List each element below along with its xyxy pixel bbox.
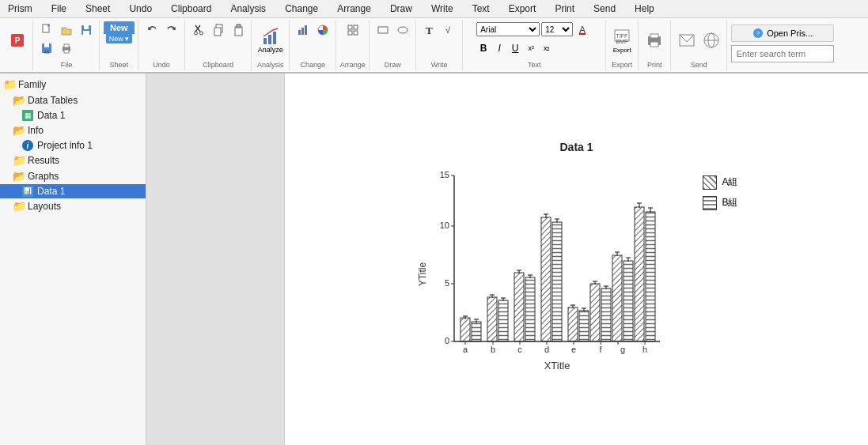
svg-rect-60 bbox=[461, 318, 470, 341]
ribbon-group-analysis-label: Analysis bbox=[257, 59, 284, 69]
svg-text:e: e bbox=[571, 345, 576, 354]
ribbon-group-send-label: Send bbox=[691, 59, 707, 69]
svg-rect-22 bbox=[301, 28, 304, 35]
sidebar-item-graphs[interactable]: 📂 Graphs bbox=[0, 168, 146, 184]
menu-change[interactable]: Change bbox=[280, 2, 323, 16]
svg-rect-7 bbox=[44, 43, 49, 47]
send-email-button[interactable] bbox=[675, 21, 699, 59]
sidebar-item-layouts[interactable]: 📁 Layouts bbox=[0, 198, 146, 214]
svg-text:5: 5 bbox=[445, 278, 449, 288]
svg-text:BMP: BMP bbox=[616, 39, 629, 44]
menu-draw[interactable]: Draw bbox=[385, 2, 417, 16]
font-color-button[interactable]: A bbox=[574, 21, 592, 37]
svg-rect-26 bbox=[354, 25, 358, 29]
paste-button[interactable] bbox=[229, 21, 248, 39]
ribbon-group-print: Print bbox=[639, 20, 671, 70]
italic-button[interactable]: I bbox=[492, 40, 506, 57]
save-as-button[interactable]: AS bbox=[37, 40, 56, 57]
menu-analysis[interactable]: Analysis bbox=[226, 2, 271, 16]
ribbon-group-clipboard-label: Clipboard bbox=[203, 59, 233, 69]
menu-arrange[interactable]: Arrange bbox=[332, 2, 376, 16]
font-size-select[interactable]: 12 bbox=[541, 22, 573, 36]
ribbon-group-export: TIFFBMP Export Export bbox=[607, 20, 639, 70]
svg-rect-85 bbox=[579, 311, 589, 341]
subscript-button[interactable]: x₂ bbox=[540, 40, 554, 57]
svg-rect-10 bbox=[64, 44, 69, 47]
svg-text:h: h bbox=[642, 345, 647, 354]
svg-rect-19 bbox=[268, 35, 271, 44]
ribbon-group-change-label: Change bbox=[300, 59, 325, 69]
prism-logo-button[interactable]: P bbox=[6, 21, 29, 59]
legend-item-b: B組 bbox=[703, 196, 737, 210]
legend-box-b bbox=[703, 196, 717, 210]
draw-ellipse-button[interactable] bbox=[393, 21, 412, 39]
menu-text[interactable]: Text bbox=[468, 2, 495, 16]
font-family-select[interactable]: Arial bbox=[476, 22, 540, 36]
superscript-button[interactable]: x² bbox=[524, 40, 538, 57]
chart-svg: YTitle 0 5 10 bbox=[415, 160, 684, 381]
analyze-button[interactable]: Analyze bbox=[256, 21, 286, 59]
svg-point-30 bbox=[398, 27, 407, 33]
new-button-top[interactable]: New bbox=[104, 21, 135, 34]
ribbon-group-draw-label: Draw bbox=[385, 59, 401, 69]
search-input[interactable] bbox=[731, 45, 834, 62]
sidebar-item-project-info[interactable]: i Project info 1 bbox=[0, 138, 146, 153]
print-button[interactable] bbox=[57, 40, 76, 57]
new-file-button[interactable] bbox=[37, 21, 56, 39]
copy-button[interactable] bbox=[209, 21, 228, 39]
ribbon-group-sheet: New New ▾ Sheet bbox=[100, 20, 138, 70]
send-web-button[interactable] bbox=[699, 21, 723, 59]
legend-item-a: A組 bbox=[703, 175, 737, 190]
draw-rect-button[interactable] bbox=[373, 21, 392, 39]
menu-send[interactable]: Send bbox=[589, 2, 620, 16]
underline-button[interactable]: U bbox=[508, 40, 522, 57]
content-area: Data 1 YTi bbox=[146, 74, 868, 445]
ribbon-group-clipboard: Clipboard bbox=[186, 20, 252, 70]
chart-container: Data 1 YTi bbox=[403, 141, 751, 381]
sidebar-item-data-tables[interactable]: 📂 Data Tables bbox=[0, 92, 146, 108]
export-button[interactable]: TIFFBMP Export bbox=[610, 21, 634, 59]
cut-button[interactable] bbox=[189, 21, 208, 39]
left-panel bbox=[146, 74, 285, 445]
sidebar-item-family[interactable]: 📁 Family bbox=[0, 77, 146, 92]
ribbon-group-prism: P bbox=[2, 20, 33, 70]
ribbon-group-file: AS File bbox=[34, 20, 100, 70]
menu-file[interactable]: File bbox=[47, 2, 71, 16]
formula-button[interactable]: √ bbox=[440, 21, 459, 39]
menu-sheet[interactable]: Sheet bbox=[81, 2, 115, 16]
sidebar-item-data1-table[interactable]: ▦ Data 1 bbox=[0, 108, 146, 123]
menu-clipboard[interactable]: Clipboard bbox=[166, 2, 216, 16]
print-ribbon-button[interactable] bbox=[642, 21, 666, 59]
svg-rect-72 bbox=[514, 273, 524, 341]
sidebar-item-results[interactable]: 📁 Results bbox=[0, 153, 146, 168]
ribbon-group-export-label: Export bbox=[612, 59, 632, 69]
svg-rect-5 bbox=[83, 31, 89, 35]
menu-print[interactable]: Print bbox=[550, 2, 579, 16]
svg-rect-102 bbox=[635, 207, 644, 341]
new-button-dropdown[interactable]: New ▾ bbox=[106, 34, 132, 43]
save-button[interactable] bbox=[77, 21, 96, 39]
redo-button[interactable] bbox=[162, 21, 181, 39]
ribbon-group-arrange: Arrange bbox=[337, 20, 370, 70]
svg-rect-67 bbox=[498, 300, 508, 341]
menu-undo[interactable]: Undo bbox=[124, 2, 157, 16]
svg-text:b: b bbox=[491, 345, 495, 354]
change-graph-type-button[interactable] bbox=[294, 21, 313, 39]
arrange-button[interactable] bbox=[343, 21, 362, 39]
open-prism-button[interactable]: ? Open Pris... bbox=[731, 25, 834, 42]
bold-button[interactable]: B bbox=[476, 40, 491, 57]
undo-button[interactable] bbox=[142, 21, 161, 39]
menu-write[interactable]: Write bbox=[426, 2, 458, 16]
svg-rect-34 bbox=[579, 33, 586, 35]
svg-point-13 bbox=[199, 32, 203, 35]
menu-help[interactable]: Help bbox=[630, 2, 659, 16]
text-button[interactable]: T bbox=[420, 21, 439, 39]
svg-text:XTitle: XTitle bbox=[544, 360, 570, 371]
svg-rect-61 bbox=[472, 322, 481, 341]
open-file-button[interactable] bbox=[57, 21, 76, 39]
menu-export[interactable]: Export bbox=[504, 2, 541, 16]
sidebar-item-data1-graph[interactable]: 📊 Data 1 bbox=[0, 184, 146, 198]
change-color-button[interactable] bbox=[313, 21, 332, 39]
menu-prism[interactable]: Prism bbox=[3, 2, 37, 16]
sidebar-item-info[interactable]: 📂 Info bbox=[0, 123, 146, 138]
